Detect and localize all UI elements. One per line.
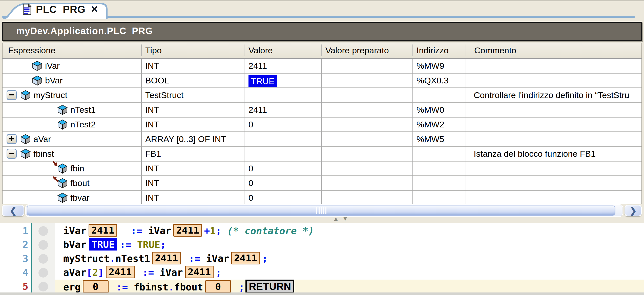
column-divider[interactable] — [412, 44, 413, 56]
cell-commento: Istanza del blocco funzione FB1 — [474, 147, 642, 161]
column-header-valore[interactable]: Valore — [248, 43, 273, 58]
cell-valore: 0 — [248, 191, 253, 204]
cell-espressione: fbout — [70, 176, 90, 190]
scroll-right-button[interactable]: ❯ — [625, 205, 642, 216]
variable-icon — [20, 90, 31, 100]
cell-commento: Controllare l'indirizzo definito in “Tes… — [474, 88, 642, 102]
code-token: TRUE — [137, 239, 160, 250]
variable-output-icon — [57, 178, 68, 188]
table-row[interactable]: −fbinstFB1Istanza del blocco funzione FB… — [3, 147, 641, 162]
tab-plc-prg[interactable]: PLC_PRG ✕ — [3, 1, 111, 19]
code-token: ] — [98, 267, 104, 278]
cell-espressione: iVar — [45, 59, 60, 73]
table-row[interactable]: fbvarINT0 — [3, 191, 641, 204]
inline-value-box: 2411 — [106, 266, 135, 278]
expand-button[interactable]: + — [7, 134, 17, 144]
splitter-up-icon[interactable]: ▲ — [333, 215, 342, 222]
cell-espressione: fbinst — [33, 147, 54, 161]
scrollbar-grip[interactable] — [316, 207, 326, 214]
table-row[interactable]: nTest2INT0%MW2 — [3, 118, 641, 132]
table-row[interactable]: iVarINT2411%MW9 — [3, 59, 641, 74]
cell-valore: TRUE — [248, 74, 277, 87]
column-header-commento[interactable]: Commento — [474, 43, 516, 58]
code-token: 1 — [210, 225, 216, 236]
watch-table-body: iVarINT2411%MW9bVarBOOLTRUE%QX0.3−myStru… — [2, 59, 642, 204]
column-header-indirizzo[interactable]: Indirizzo — [417, 43, 449, 58]
line-number: 4 — [0, 266, 28, 280]
column-gridline — [141, 59, 142, 204]
column-header-espressione[interactable]: Espressione — [8, 43, 55, 58]
instance-path-bar: myDev.Application.PLC_PRG — [2, 22, 642, 41]
code-token: 2 — [92, 267, 98, 278]
code-line[interactable]: myStruct.nTest12411 := iVar2411; — [63, 252, 268, 266]
cell-espressione: bVar — [45, 74, 63, 87]
breakpoint-slot[interactable] — [38, 254, 48, 264]
breakpoint-slot[interactable] — [38, 226, 48, 236]
code-token: iVar — [148, 225, 171, 236]
column-divider[interactable] — [321, 44, 322, 56]
code-token: fbinst — [134, 282, 168, 293]
cell-indirizzo: %QX0.3 — [417, 74, 449, 87]
code-token: := — [137, 267, 160, 278]
code-token: ; — [160, 239, 166, 250]
code-token: := — [183, 253, 206, 264]
value-highlight: TRUE — [248, 75, 277, 87]
cell-tipo: INT — [145, 103, 159, 117]
code-line[interactable]: iVar2411 := iVar2411+1; (* contatore *) — [63, 224, 314, 238]
inline-value-box-true: TRUE — [89, 238, 117, 251]
variable-icon — [57, 119, 68, 130]
table-row[interactable]: −myStructTestStructControllare l'indiriz… — [3, 88, 641, 103]
code-token: aVar — [63, 267, 87, 278]
code-token: nTest1 — [115, 253, 150, 264]
cell-tipo: FB1 — [145, 147, 161, 161]
code-token: ; — [262, 253, 268, 264]
column-header-valore-preparato[interactable]: Valore preparato — [325, 43, 389, 58]
column-divider[interactable] — [466, 44, 466, 56]
code-token: fbout — [174, 282, 203, 293]
cell-valore: 0 — [248, 162, 253, 175]
scroll-left-button[interactable]: ❮ — [2, 205, 24, 216]
column-header-tipo[interactable]: Tipo — [145, 43, 162, 58]
code-token: + — [204, 225, 210, 236]
code-token: iVar — [206, 253, 229, 264]
cell-tipo: INT — [145, 118, 159, 131]
breakpoint-slot[interactable] — [38, 282, 48, 291]
table-row[interactable]: fbinINT0 — [3, 162, 641, 176]
cell-valore: 0 — [248, 176, 253, 190]
splitter-handle[interactable]: ▲▼ — [333, 215, 352, 222]
column-divider[interactable] — [244, 44, 244, 56]
cell-tipo: INT — [145, 59, 159, 73]
variable-icon — [20, 134, 31, 144]
breakpoint-slot[interactable] — [38, 268, 48, 278]
line-number: 5 — [0, 280, 28, 293]
splitter-down-icon[interactable]: ▼ — [342, 215, 352, 222]
scrollbar-thumb[interactable] — [27, 206, 615, 216]
breakpoint-slot[interactable] — [38, 240, 48, 250]
horizontal-scrollbar[interactable] — [25, 204, 623, 217]
variable-icon — [20, 148, 31, 159]
table-row[interactable]: nTest1INT2411%MW0 — [3, 103, 641, 118]
column-divider[interactable] — [141, 44, 142, 56]
window-bottom-edge — [0, 292, 644, 295]
code-line[interactable]: bVarTRUE:= TRUE; — [63, 238, 166, 252]
cell-tipo: INT — [145, 162, 159, 175]
cell-espressione: nTest2 — [70, 118, 96, 131]
watch-table-header: Espressione Tipo Valore Valore preparato… — [2, 43, 642, 59]
table-row[interactable]: +aVarARRAY [0..3] OF INT%MW5 — [3, 132, 641, 147]
table-row[interactable]: fboutINT0 — [3, 176, 641, 191]
cell-espressione: fbin — [70, 162, 84, 175]
code-token: ; — [233, 282, 245, 293]
cell-tipo: INT — [145, 191, 159, 204]
cell-espressione: aVar — [33, 132, 51, 146]
variable-icon — [57, 192, 68, 203]
close-icon[interactable]: ✕ — [91, 1, 98, 18]
line-number: 1 — [0, 224, 28, 238]
scroll-left-icon: ❮ — [10, 206, 17, 215]
table-row[interactable]: bVarBOOLTRUE%QX0.3 — [3, 74, 641, 88]
line-number: 2 — [0, 238, 28, 252]
collapse-button[interactable]: − — [7, 90, 17, 100]
code-line[interactable]: aVar[2]2411 := iVar2411; — [63, 266, 221, 280]
code-line[interactable]: erg0 := fbinst.fbout0 ;RETURN — [63, 280, 294, 293]
code-editor[interactable]: 1iVar2411 := iVar2411+1; (* contatore *)… — [0, 223, 644, 293]
collapse-button[interactable]: − — [7, 149, 17, 159]
